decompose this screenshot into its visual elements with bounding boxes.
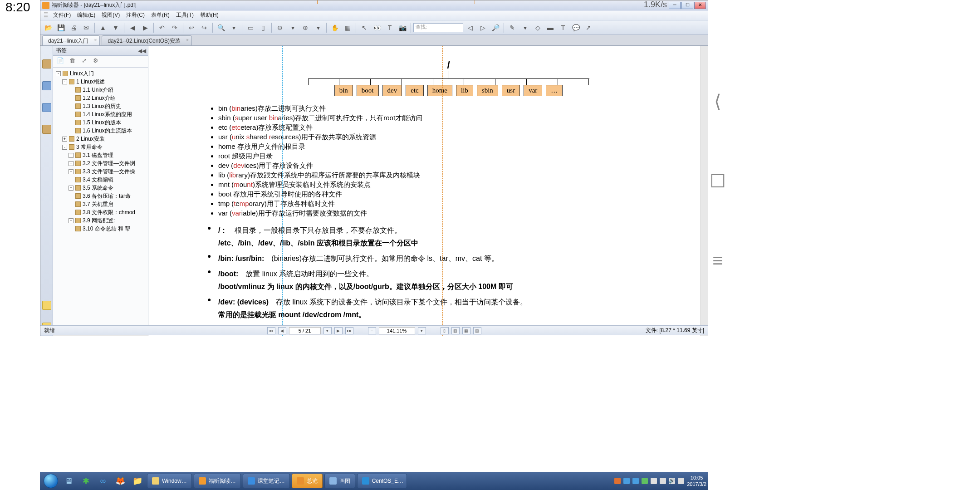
hand-icon[interactable]: ✋ [329,22,341,34]
tray-icon[interactable] [651,478,657,484]
settings-icon[interactable]: ⚙ [91,57,100,66]
open-icon[interactable]: 📂 [42,22,54,34]
forward-icon[interactable]: ▶ [139,22,151,34]
bookmark-item[interactable]: 1.2 Linux介绍 [56,94,147,102]
close-tab-icon[interactable]: × [94,38,97,43]
menu-item[interactable]: 帮助(H) [197,10,221,20]
print-icon[interactable]: 🖨 [68,22,79,34]
bookmark-item[interactable]: 1.4 Linux系统的应用 [56,110,147,118]
select-icon[interactable]: ▦ [342,22,353,34]
continuous-facing-icon[interactable]: ▨ [473,327,481,334]
menu-item[interactable]: 表单(R) [148,10,172,20]
new-bookmark-icon[interactable]: 📄 [56,57,65,66]
tree-expander-icon[interactable]: + [69,169,74,174]
pointer-icon[interactable]: ↖ [358,22,370,34]
search-next-icon[interactable]: ▷ [477,22,489,34]
tree-expander-icon[interactable]: + [69,153,74,158]
tree-expander-icon[interactable]: - [62,145,67,150]
nav-down-icon[interactable]: ▼ [110,22,122,34]
bookmark-item[interactable]: 3.10 命令总结 和 帮 [56,225,147,233]
zoom-dropdown-icon[interactable]: ▾ [418,327,426,334]
taskbar-task[interactable]: 画图 [324,474,355,488]
tree-expander-icon[interactable]: + [69,186,74,191]
firefox-icon[interactable]: 🦊 [112,474,128,488]
dropdown-icon[interactable]: ▾ [287,22,299,34]
bookmark-item[interactable]: 3.7 关机重启 [56,200,147,208]
bookmark-item[interactable]: -3 常用命令 [56,143,147,151]
save-icon[interactable]: 💾 [55,22,67,34]
camera-icon[interactable]: 📷 [397,22,408,34]
search-input[interactable]: 查找: [413,23,463,32]
text-icon[interactable]: T [384,22,396,34]
attachments-panel-icon[interactable] [42,125,51,134]
bookmark-item[interactable]: 1.3 Linux的历史 [56,102,147,110]
note-icon[interactable]: 💬 [570,22,582,34]
cloud-icon[interactable]: ∞ [95,474,111,488]
textbox-icon[interactable]: T [557,22,569,34]
bookmark-item[interactable]: 1.6 Linux的主流版本 [56,127,147,135]
expand-icon[interactable]: ⤢ [79,57,88,66]
tree-expander-icon[interactable]: + [62,137,67,142]
tree-expander-icon[interactable]: + [69,218,74,223]
menu-item[interactable]: 文件(F) [50,10,74,20]
zoom-out-icon[interactable]: ⊖ [274,22,286,34]
vertical-scrollbar[interactable] [701,46,708,336]
redo-icon[interactable]: ↪ [198,22,210,34]
taskbar-task[interactable]: CentOS_E… [357,474,407,488]
bookmark-item[interactable]: -1 Linux概述 [56,78,147,86]
menu-item[interactable]: 编辑(E) [74,10,98,20]
page-input[interactable]: 5 / 21 [289,327,321,334]
zoom-input[interactable]: 141.11% [379,327,415,334]
page-dropdown-icon[interactable]: ▾ [323,327,332,334]
last-page-icon[interactable]: ⏭ [345,327,353,334]
bookmark-item[interactable]: 1.5 Linux的版本 [56,118,147,127]
tree-expander-icon[interactable]: + [69,161,74,166]
comments-panel-icon[interactable] [42,301,51,310]
search-prev-icon[interactable]: ◁ [464,22,476,34]
taskbar-task[interactable]: 总览 [292,474,323,488]
continuous-icon[interactable]: ▥ [451,327,460,334]
facing-icon[interactable]: ▦ [462,327,470,334]
rotate-right-icon[interactable]: ↷ [169,22,181,34]
back-icon[interactable]: ⟨ [714,91,721,112]
dropdown-icon[interactable]: ▾ [228,22,240,34]
bookmark-item[interactable]: 3.4 文档编辑 [56,176,147,184]
menu-icon[interactable]: ≡ [712,250,723,271]
tree-expander-icon[interactable]: - [62,79,67,84]
explorer-icon[interactable]: 🖥 [60,474,77,488]
bookmark-item[interactable]: 1.1 Unix介绍 [56,86,147,94]
maximize-button[interactable]: ☐ [681,2,693,9]
menu-item[interactable]: 工具(T) [173,10,196,20]
zoom-out-icon[interactable]: − [368,327,376,334]
tray-clock[interactable]: 10:052017/3/2 [687,475,706,487]
binoculars-icon[interactable]: 👀 [371,22,383,34]
zoom-in-icon[interactable]: ⊕ [299,22,311,34]
taskbar-task[interactable]: 福昕阅读… [194,474,241,488]
layers-panel-icon[interactable] [42,103,51,112]
zoom-icon[interactable]: 🔍 [215,22,227,34]
mail-icon[interactable]: ✉ [80,22,92,34]
bookmark-tree[interactable]: -Linux入门-1 Linux概述1.1 Unix介绍1.2 Linux介绍1… [53,68,148,329]
first-page-icon[interactable]: ⏮ [267,327,275,334]
menu-item[interactable]: 视图(V) [99,10,122,20]
document-view[interactable]: / binbootdevetchomelibsbinusrvar… bin (b… [148,46,708,336]
back-icon[interactable]: ◀ [127,22,138,34]
minimize-button[interactable]: ─ [669,2,681,9]
dropdown-icon[interactable]: ▾ [312,22,324,34]
bookmark-item[interactable]: +3.5 系统命令 [56,184,147,192]
bookmark-item[interactable]: -Linux入门 [56,69,147,78]
flag-icon[interactable] [678,478,684,484]
nav-up-icon[interactable]: ▲ [97,22,109,34]
bookmark-item[interactable]: +3.1 磁盘管理 [56,151,147,159]
tray-icon[interactable] [642,478,648,484]
pages-panel-icon[interactable] [42,81,51,90]
rotate-left-icon[interactable]: ↶ [156,22,168,34]
network-icon[interactable] [660,478,666,484]
delete-bookmark-icon[interactable]: 🗑 [68,57,77,66]
taskbar-task[interactable]: Window… [147,474,192,488]
prev-page-icon[interactable]: ◀ [278,327,286,334]
advanced-search-icon[interactable]: 🔎 [490,22,501,34]
bookmark-item[interactable]: 3.6 备份压缩：tar命 [56,192,147,200]
external-icon[interactable]: ↗ [583,22,594,34]
tray-icon[interactable] [623,478,630,484]
